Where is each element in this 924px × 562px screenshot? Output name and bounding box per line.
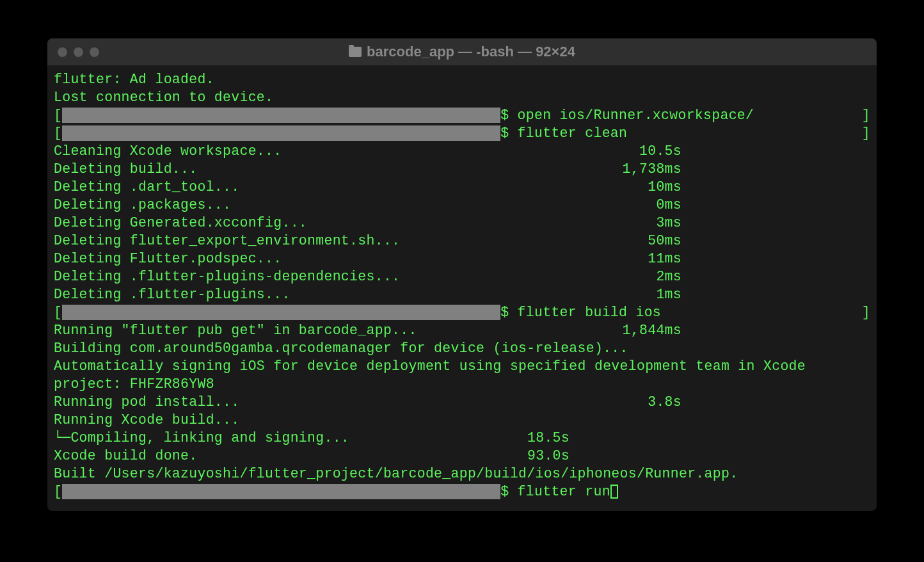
status-time: 10.5s: [639, 142, 870, 160]
output-line: Running "flutter pub get" in barcode_app…: [54, 321, 870, 339]
status-label: Deleting .flutter-plugins-dependencies..…: [54, 268, 400, 285]
status-time: 11ms: [648, 250, 870, 268]
status-label: Deleting Generated.xcconfig...: [54, 214, 307, 232]
cursor: [610, 485, 618, 499]
output-line: Deleting Generated.xcconfig... 3ms: [54, 214, 870, 232]
redacted-prompt: [62, 484, 500, 499]
status-time: 18.5s: [527, 429, 870, 447]
output-line: Running Xcode build...: [54, 411, 870, 429]
bracket-right: ]: [862, 303, 870, 321]
output-line: Deleting .packages... 0ms: [54, 196, 870, 214]
folder-icon: [349, 47, 362, 57]
output-line: Deleting build... 1,738ms: [54, 160, 870, 178]
status-time: 1ms: [656, 285, 870, 303]
prompt-line: [ $ flutter build ios ]: [54, 303, 870, 321]
status-label: └─Compiling, linking and signing...: [54, 429, 349, 447]
status-time: 10ms: [648, 178, 870, 196]
output-line: flutter: Ad loaded.: [54, 70, 870, 88]
output-line: Deleting .dart_tool... 10ms: [54, 178, 870, 196]
output-line: Cleaning Xcode workspace... 10.5s: [54, 142, 870, 160]
status-time: 0ms: [656, 196, 870, 214]
terminal-window: barcode_app — -bash — 92×24 flutter: Ad …: [47, 38, 877, 511]
terminal-body[interactable]: flutter: Ad loaded. Lost connection to d…: [47, 65, 877, 511]
bracket-left: [: [54, 106, 62, 124]
minimize-button[interactable]: [74, 47, 83, 57]
titlebar[interactable]: barcode_app — -bash — 92×24: [47, 38, 877, 65]
bracket-left: [: [54, 483, 62, 501]
traffic-lights: [58, 47, 99, 57]
status-time: 1,844ms: [623, 321, 870, 339]
window-title: barcode_app — -bash — 92×24: [58, 44, 866, 60]
output-line: project: FHFZR86YW8: [54, 375, 870, 393]
status-time: 3ms: [656, 214, 870, 232]
output-line: Building com.around50gamba.qrcodemanager…: [54, 339, 870, 357]
maximize-button[interactable]: [90, 47, 99, 57]
output-line: Deleting Flutter.podspec... 11ms: [54, 250, 870, 268]
bracket-right: ]: [862, 124, 870, 142]
redacted-prompt: [62, 305, 500, 320]
command-text: $ flutter build ios: [500, 303, 661, 321]
status-label: Deleting .dart_tool...: [54, 178, 239, 196]
output-line: Built /Users/kazuyoshi/flutter_project/b…: [54, 465, 870, 483]
status-label: Running pod install...: [54, 393, 239, 411]
command-text: $ open ios/Runner.xcworkspace/: [500, 106, 754, 124]
status-label: Xcode build done.: [54, 447, 197, 465]
output-line: Lost connection to device.: [54, 88, 870, 106]
status-label: Deleting build...: [54, 160, 197, 178]
bracket-left: [: [54, 124, 62, 142]
command-text: $ flutter clean: [500, 124, 627, 142]
prompt-line: [ $ open ios/Runner.xcworkspace/ ]: [54, 106, 870, 124]
close-button[interactable]: [58, 47, 67, 57]
status-time: 50ms: [648, 232, 870, 250]
output-line: Running pod install... 3.8s: [54, 393, 870, 411]
status-time: 2ms: [656, 268, 870, 285]
output-line: Automatically signing iOS for device dep…: [54, 357, 870, 375]
output-line: └─Compiling, linking and signing... 18.5…: [54, 429, 870, 447]
status-time: 93.0s: [527, 447, 870, 465]
prompt-line: [ $ flutter clean ]: [54, 124, 870, 142]
output-line: Deleting flutter_export_environment.sh..…: [54, 232, 870, 250]
window-title-text: barcode_app — -bash — 92×24: [367, 44, 575, 60]
output-line: Deleting .flutter-plugins... 1ms: [54, 285, 870, 303]
status-label: Deleting .flutter-plugins...: [54, 285, 291, 303]
bracket-left: [: [54, 303, 62, 321]
status-label: Deleting .packages...: [54, 196, 231, 214]
output-line: Xcode build done. 93.0s: [54, 447, 870, 465]
redacted-prompt: [62, 108, 500, 123]
status-label: Deleting flutter_export_environment.sh..…: [54, 232, 400, 250]
status-time: 1,738ms: [623, 160, 870, 178]
output-line: Deleting .flutter-plugins-dependencies..…: [54, 268, 870, 285]
status-label: Deleting Flutter.podspec...: [54, 250, 282, 268]
status-time: 3.8s: [648, 393, 870, 411]
prompt-line-current[interactable]: [ $ flutter run: [54, 483, 870, 501]
status-label: Cleaning Xcode workspace...: [54, 142, 282, 160]
bracket-right: ]: [862, 106, 870, 124]
redacted-prompt: [62, 125, 500, 141]
status-label: Running "flutter pub get" in barcode_app…: [54, 321, 417, 339]
command-text: $ flutter run: [500, 483, 610, 501]
